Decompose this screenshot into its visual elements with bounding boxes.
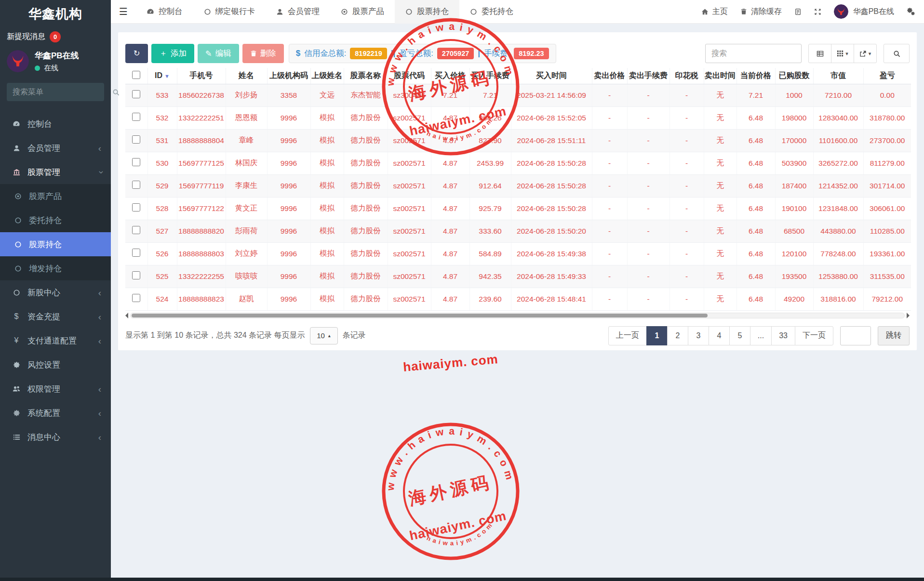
column-header[interactable]: ID▼	[147, 68, 177, 84]
column-header[interactable]: 当前价格	[737, 68, 775, 84]
cell-org-code: 9996	[267, 174, 310, 197]
withdraw-notice[interactable]: 新提现消息 0	[0, 28, 111, 45]
scrollbar-track[interactable]	[130, 313, 905, 318]
column-header[interactable]: 买入价格	[431, 68, 469, 84]
sidebar-item[interactable]: 股票持仓	[0, 232, 111, 256]
navbar-user[interactable]: 华鑫PB在线	[834, 4, 894, 19]
column-header[interactable]: 上级机构码	[267, 68, 310, 84]
column-header[interactable]: 买入手续费	[469, 68, 511, 84]
page-number-button[interactable]: 1	[646, 326, 668, 345]
cell-phone: 18560226738	[177, 84, 226, 106]
jump-button[interactable]: 跳转	[878, 326, 910, 345]
row-checkbox[interactable]	[132, 158, 140, 166]
row-checkbox[interactable]	[132, 90, 140, 98]
page-size-select[interactable]: 10▴	[310, 327, 338, 344]
refresh-button[interactable]: ↻	[125, 44, 148, 63]
document-icon[interactable]	[794, 8, 802, 15]
page-number-button[interactable]: 4	[709, 326, 730, 345]
cell-sell-time: 无	[704, 197, 737, 220]
toggle-view-button[interactable]	[808, 44, 831, 63]
sidebar-item[interactable]: 会员管理 ‹	[0, 136, 111, 160]
sidebar-item[interactable]: 系统配置 ‹	[0, 401, 111, 425]
prev-page-button[interactable]: 上一页	[608, 326, 647, 345]
page-number-button[interactable]: 2	[667, 326, 688, 345]
sidebar-item[interactable]: 控制台	[0, 112, 111, 136]
hamburger-menu-icon[interactable]: ☰	[111, 0, 136, 24]
cell-buy-price: 7.21	[431, 84, 469, 106]
page-number-button[interactable]: ...	[750, 326, 772, 345]
sidebar-item[interactable]: $ 资金充提 ‹	[0, 304, 111, 329]
row-checkbox[interactable]	[132, 203, 140, 211]
table-body: 533 18560226738 刘步扬 3358 文远 东杰智能 sz30048…	[125, 84, 911, 310]
home-icon	[701, 8, 709, 15]
sidebar-item[interactable]: 权限管理 ‹	[0, 377, 111, 401]
sidebar-item[interactable]: 风控设置	[0, 353, 111, 377]
scrollbar-thumb[interactable]	[132, 314, 708, 317]
cell-stock-code: sz002571	[388, 242, 431, 265]
row-checkbox[interactable]	[132, 113, 140, 121]
column-header[interactable]: 卖出时间	[704, 68, 737, 84]
search-button[interactable]	[884, 44, 910, 63]
table-search-input[interactable]	[705, 44, 802, 63]
settings-gears-icon[interactable]	[907, 7, 915, 16]
nav-tab[interactable]: 股票产品	[330, 0, 395, 24]
nav-tab[interactable]: 绑定银行卡	[193, 0, 266, 24]
sidebar-item[interactable]: ¥ 支付通道配置 ‹	[0, 329, 111, 353]
row-checkbox[interactable]	[132, 181, 140, 189]
sidebar-item-label: 消息中心	[27, 432, 60, 443]
chevron-icon: ‹	[98, 336, 101, 345]
scroll-right-arrow[interactable]	[907, 313, 910, 318]
sidebar-item[interactable]: 委托持仓	[0, 208, 111, 232]
column-header[interactable]: 上级姓名	[310, 68, 344, 84]
page-number-button[interactable]: 3	[688, 326, 709, 345]
column-header[interactable]: 股票名称	[344, 68, 388, 84]
column-header[interactable]: 买入时间	[511, 68, 592, 84]
page-number-button[interactable]: 33	[771, 326, 795, 345]
edit-button[interactable]: ✎编辑	[198, 44, 239, 63]
clear-cache-link[interactable]: 清除缓存	[740, 7, 782, 17]
home-link[interactable]: 主页	[701, 7, 728, 17]
sidebar-item[interactable]: 股票管理 ‹	[0, 160, 111, 184]
nav-tab[interactable]: 委托持仓	[459, 0, 524, 24]
sidebar-item[interactable]: 消息中心 ‹	[0, 425, 111, 449]
export-button[interactable]: ▾	[854, 44, 877, 63]
column-header[interactable]: 印花税	[670, 68, 704, 84]
add-button[interactable]: ＋添加	[151, 44, 194, 63]
nav-tab[interactable]: 控制台	[136, 0, 193, 24]
cell-buy-time: 2024-06-28 15:50:28	[511, 197, 592, 220]
column-header[interactable]: 盈亏	[863, 68, 911, 84]
fullscreen-icon[interactable]	[814, 8, 821, 15]
row-checkbox[interactable]	[132, 249, 140, 257]
scroll-left-arrow[interactable]	[125, 313, 128, 318]
jump-page-input[interactable]	[840, 326, 871, 345]
page-number-button[interactable]: 5	[729, 326, 750, 345]
cell-sell-price: -	[592, 197, 627, 220]
sort-caret-icon[interactable]: ▼	[164, 73, 170, 79]
row-checkbox[interactable]	[132, 271, 140, 279]
column-header[interactable]: 手机号	[177, 68, 226, 84]
row-checkbox[interactable]	[132, 135, 140, 144]
sidebar-item[interactable]: 新股中心 ‹	[0, 280, 111, 304]
column-header[interactable]: 市值	[813, 68, 863, 84]
sidebar-item[interactable]: 股票产品	[0, 184, 111, 208]
menu-search-input[interactable]	[13, 88, 112, 96]
column-header[interactable]: 卖出手续费	[627, 68, 670, 84]
cell-sell-price: -	[592, 106, 627, 129]
row-checkbox[interactable]	[132, 294, 140, 302]
nav-tab[interactable]: 股票持仓	[395, 0, 459, 24]
column-header[interactable]: 姓名	[226, 68, 267, 84]
column-header[interactable]: 卖出价格	[592, 68, 627, 84]
columns-button[interactable]: ▾	[831, 44, 854, 63]
sidebar-item[interactable]: 增发持仓	[0, 256, 111, 280]
select-all-checkbox[interactable]	[132, 71, 140, 79]
nav-tab[interactable]: 会员管理	[266, 0, 330, 24]
delete-button[interactable]: 删除	[242, 44, 284, 63]
stat-item: $ 信用金总额: 8192219	[296, 48, 387, 59]
column-header[interactable]: 股票代码	[388, 68, 431, 84]
sidebar-item-label: 增发持仓	[29, 263, 62, 274]
column-header[interactable]: 已购股数	[775, 68, 813, 84]
row-checkbox[interactable]	[132, 226, 140, 234]
search-icon[interactable]	[112, 89, 120, 96]
next-page-button[interactable]: 下一页	[795, 326, 833, 345]
stat-item: | 手续费: 8192.23	[478, 48, 549, 59]
